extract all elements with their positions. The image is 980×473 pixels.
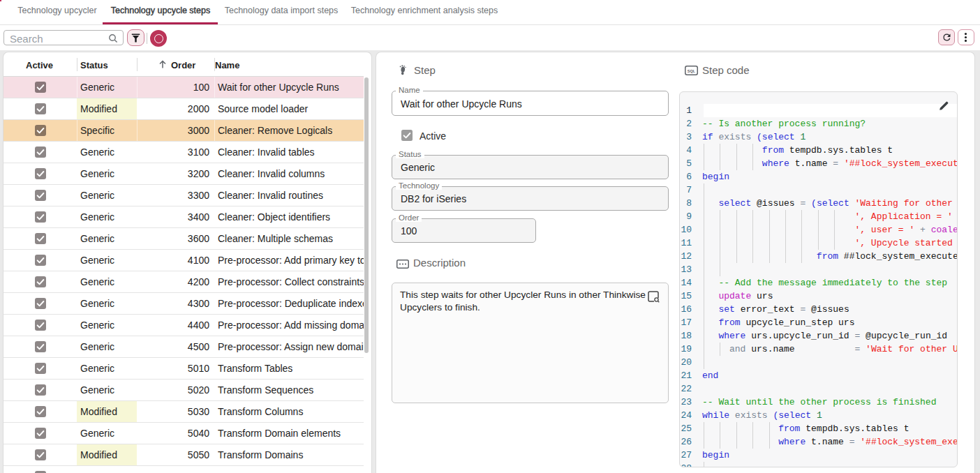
svg-text:SQL: SQL bbox=[688, 69, 696, 73]
